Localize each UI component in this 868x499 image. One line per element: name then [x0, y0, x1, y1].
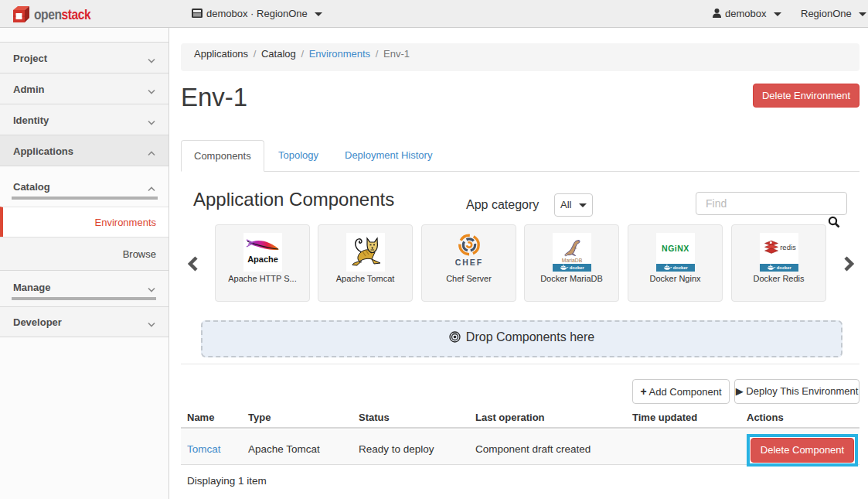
svg-text:docker: docker	[776, 265, 791, 270]
svg-text:CHEF: CHEF	[454, 258, 483, 267]
svg-text:Apache: Apache	[247, 255, 278, 264]
svg-text:docker: docker	[569, 265, 584, 270]
svg-text:NGiNX: NGiNX	[662, 244, 689, 253]
svg-text:docker: docker	[672, 265, 688, 270]
svg-text:MariaDB: MariaDB	[561, 258, 582, 263]
svg-text:redis: redis	[780, 243, 796, 251]
